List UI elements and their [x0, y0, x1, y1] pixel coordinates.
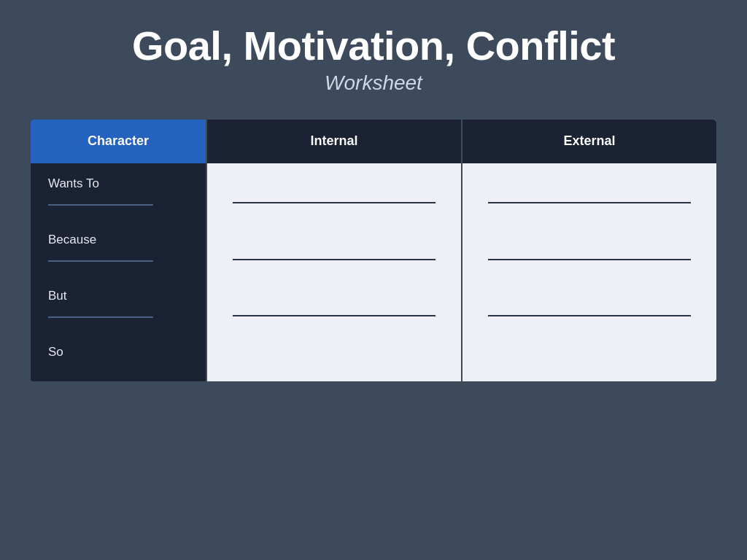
internal-because-underline [233, 259, 436, 260]
but-underline [48, 316, 153, 318]
worksheet-table: Character Wants To Because But So Intern… [31, 120, 716, 381]
external-because-underline [488, 259, 691, 260]
internal-column: Internal [206, 120, 461, 381]
internal-because-cell [207, 219, 461, 276]
character-because-cell: Because [31, 219, 206, 276]
internal-but-underline [233, 315, 436, 316]
internal-but-cell [207, 276, 461, 333]
external-wants-to-cell [462, 163, 716, 220]
internal-wants-to-underline [233, 202, 436, 203]
so-label: So [48, 345, 188, 359]
external-column: External [461, 120, 716, 381]
character-but-cell: But [31, 276, 206, 332]
external-but-underline [488, 315, 691, 316]
internal-so-cell [207, 332, 461, 381]
character-wants-to-cell: Wants To [31, 163, 206, 219]
but-label: But [48, 289, 188, 303]
wants-to-label: Wants To [48, 176, 188, 191]
external-but-cell [462, 276, 716, 333]
character-column: Character Wants To Because But So [31, 120, 206, 381]
character-column-header: Character [31, 120, 206, 163]
internal-column-body [207, 163, 461, 381]
external-column-header: External [462, 120, 716, 163]
main-title: Goal, Motivation, Conflict [132, 23, 615, 69]
because-label: Because [48, 233, 188, 247]
wants-to-underline [48, 204, 153, 206]
external-wants-to-underline [488, 202, 691, 203]
character-so-cell: So [31, 332, 206, 381]
internal-wants-to-cell [207, 163, 461, 220]
character-column-body: Wants To Because But So [31, 163, 206, 381]
because-underline [48, 260, 153, 262]
external-column-body [462, 163, 716, 381]
page-header: Goal, Motivation, Conflict Worksheet [117, 0, 630, 112]
external-so-cell [462, 332, 716, 381]
internal-column-header: Internal [207, 120, 461, 163]
subtitle: Worksheet [132, 71, 615, 95]
external-because-cell [462, 219, 716, 276]
